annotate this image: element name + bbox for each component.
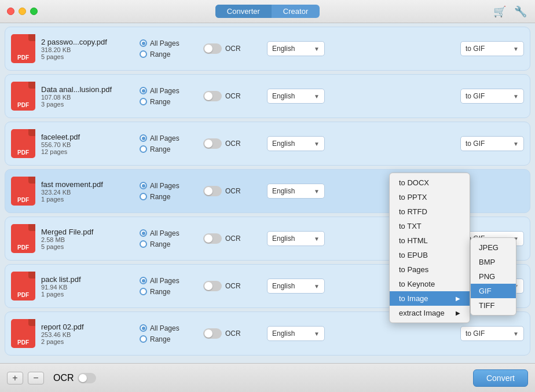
lang-arrow-icon: ▼	[314, 46, 320, 52]
submenu-item-tiff[interactable]: TIFF	[471, 298, 516, 313]
menu-item-pages[interactable]: to Pages	[390, 262, 470, 277]
file-pages: 3 pages	[41, 101, 134, 108]
menu-item-keynote[interactable]: to Keynote	[390, 277, 470, 291]
ocr-label: OCR	[225, 92, 241, 100]
bottom-ocr-toggle[interactable]	[78, 373, 96, 383]
all-pages-option[interactable]: All Pages	[140, 229, 197, 237]
all-pages-radio[interactable]	[140, 324, 147, 332]
all-pages-option[interactable]: All Pages	[140, 182, 197, 190]
menu-item-txt[interactable]: to TXT	[390, 219, 470, 233]
range-radio[interactable]	[140, 193, 147, 200]
file-size: 253.46 KB	[41, 331, 134, 338]
range-option[interactable]: Range	[140, 50, 197, 58]
wrench-icon[interactable]: 🔧	[514, 5, 527, 18]
submenu-item-jpeg[interactable]: JPEG	[471, 240, 516, 255]
ocr-label: OCR	[225, 235, 241, 243]
submenu-item-bmp[interactable]: BMP	[471, 255, 516, 269]
fullscreen-button[interactable]	[30, 8, 38, 15]
page-options: All Pages Range	[140, 39, 197, 58]
ocr-toggle[interactable]	[203, 328, 222, 339]
tab-creator[interactable]: Creator	[272, 5, 320, 18]
all-pages-option[interactable]: All Pages	[140, 134, 197, 142]
language-dropdown[interactable]: English ▼	[267, 136, 325, 151]
tab-converter[interactable]: Converter	[215, 5, 272, 18]
file-info: faceleet.pdf 556.70 KB 12 pages	[41, 133, 134, 155]
add-file-button[interactable]: +	[7, 372, 23, 384]
page-options: All Pages Range	[140, 134, 197, 153]
language-dropdown[interactable]: English ▼	[267, 279, 325, 294]
remove-file-button[interactable]: −	[28, 372, 44, 384]
format-dropdown[interactable]: to GIF ▼	[460, 89, 524, 104]
language-dropdown[interactable]: English ▼	[267, 41, 325, 56]
ocr-toggle[interactable]	[203, 233, 222, 244]
menu-item-epub[interactable]: to EPUB	[390, 248, 470, 262]
range-option[interactable]: Range	[140, 145, 197, 153]
language-dropdown[interactable]: English ▼	[267, 326, 325, 341]
ocr-label: OCR	[225, 140, 241, 148]
all-pages-option[interactable]: All Pages	[140, 87, 197, 95]
file-name: 2 passwo...copy.pdf	[41, 38, 134, 46]
submenu-item-png[interactable]: PNG	[471, 269, 516, 284]
range-radio[interactable]	[140, 240, 147, 248]
file-size: 2.58 MB	[41, 236, 134, 243]
lang-arrow-icon: ▼	[314, 141, 320, 147]
format-arrow-icon: ▼	[513, 331, 519, 337]
convert-button[interactable]: Convert	[473, 369, 528, 387]
range-radio[interactable]	[140, 288, 147, 295]
range-option[interactable]: Range	[140, 288, 197, 296]
ocr-toggle[interactable]	[203, 138, 222, 149]
range-radio[interactable]	[140, 98, 147, 105]
range-radio[interactable]	[140, 335, 147, 343]
menu-item-rtfd[interactable]: to RTFD	[390, 204, 470, 219]
pdf-icon: PDF	[11, 319, 35, 348]
format-dropdown[interactable]: to GIF ▼	[460, 136, 524, 151]
all-pages-radio[interactable]	[140, 39, 147, 47]
format-arrow-icon: ▼	[513, 46, 519, 52]
all-pages-radio[interactable]	[140, 229, 147, 237]
ocr-label: OCR	[225, 282, 241, 290]
page-options: All Pages Range	[140, 229, 197, 248]
menu-item-pptx[interactable]: to PPTX	[390, 190, 470, 204]
range-option[interactable]: Range	[140, 98, 197, 106]
traffic-lights	[7, 8, 38, 15]
submenu-arrow-icon: ▶	[456, 295, 460, 302]
all-pages-radio[interactable]	[140, 182, 147, 189]
all-pages-option[interactable]: All Pages	[140, 324, 197, 332]
file-info: Merged File.pdf 2.58 MB 5 pages	[41, 228, 134, 250]
minimize-button[interactable]	[19, 8, 26, 15]
ocr-toggle[interactable]	[203, 186, 222, 196]
range-option[interactable]: Range	[140, 335, 197, 343]
all-pages-radio[interactable]	[140, 277, 147, 284]
all-pages-option[interactable]: All Pages	[140, 39, 197, 47]
pdf-icon: PDF	[11, 272, 35, 301]
ocr-toggle[interactable]	[203, 43, 222, 54]
all-pages-radio[interactable]	[140, 134, 147, 142]
format-dropdown[interactable]: to GIF ▼	[460, 326, 524, 341]
ocr-toggle[interactable]	[203, 281, 222, 291]
format-dropdown[interactable]: to GIF ▼	[460, 41, 524, 56]
language-dropdown[interactable]: English ▼	[267, 231, 325, 246]
cart-icon[interactable]: 🛒	[493, 5, 506, 18]
range-option[interactable]: Range	[140, 193, 197, 201]
language-dropdown[interactable]: English ▼	[267, 89, 325, 104]
pdf-icon: PDF	[11, 224, 35, 253]
range-radio[interactable]	[140, 145, 147, 153]
all-pages-option[interactable]: All Pages	[140, 277, 197, 285]
menu-item-docx[interactable]: to DOCX	[390, 175, 470, 190]
pdf-icon: PDF	[11, 177, 35, 206]
file-row: PDF 2 passwo...copy.pdf 318.20 KB 5 page…	[5, 27, 530, 71]
menu-item-html[interactable]: to HTML	[390, 233, 470, 248]
ocr-toggle[interactable]	[203, 91, 222, 101]
file-pages: 1 pages	[41, 291, 134, 298]
submenu-item-gif[interactable]: GIF	[471, 284, 516, 298]
file-pages: 12 pages	[41, 148, 134, 155]
menu-item-image[interactable]: to Image ▶	[390, 291, 470, 306]
language-dropdown[interactable]: English ▼	[267, 184, 325, 199]
bottom-bar: + − OCR Convert	[0, 363, 535, 392]
lang-arrow-icon: ▼	[314, 331, 320, 337]
close-button[interactable]	[7, 8, 14, 15]
range-radio[interactable]	[140, 50, 147, 58]
menu-item-extract-image[interactable]: extract Image ▶	[390, 306, 470, 320]
range-option[interactable]: Range	[140, 240, 197, 248]
all-pages-radio[interactable]	[140, 87, 147, 94]
